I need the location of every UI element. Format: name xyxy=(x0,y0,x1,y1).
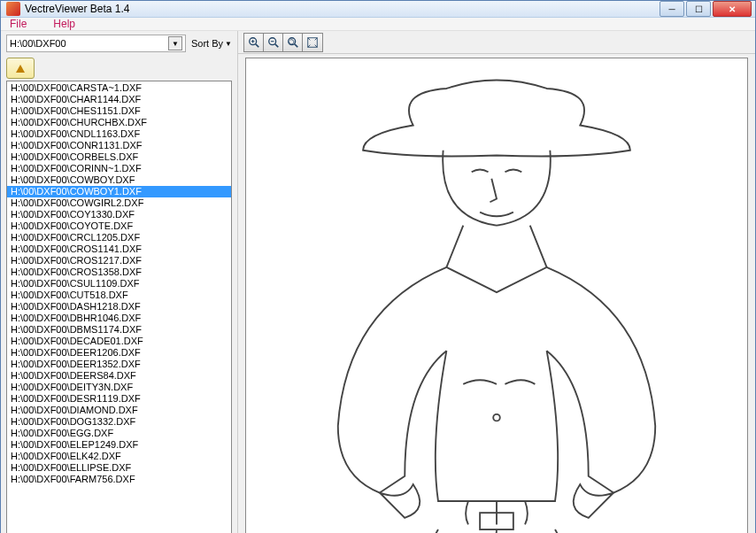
minimize-button[interactable]: ─ xyxy=(660,1,684,17)
menubar: File Help xyxy=(1,18,755,31)
view-toolbar xyxy=(238,31,755,54)
list-item[interactable]: H:\00\DXF00\DASH1218.DXF xyxy=(7,301,231,313)
svg-line-1 xyxy=(255,43,258,47)
list-item[interactable]: H:\00\DXF00\FARM756.DXF xyxy=(7,474,231,485)
list-item[interactable]: H:\00\DXF00\COWBOY1.DXF xyxy=(7,186,231,197)
zoom-reset-icon xyxy=(287,36,299,49)
zoom-reset-button[interactable] xyxy=(283,34,303,51)
list-item[interactable]: H:\00\DXF00\DEITY3N.DXF xyxy=(7,382,231,393)
fit-extents-button[interactable] xyxy=(303,34,322,51)
svg-line-5 xyxy=(274,43,278,47)
list-item[interactable]: H:\00\DXF00\CHAR1144.DXF xyxy=(7,94,231,105)
close-button[interactable]: ✕ xyxy=(713,1,752,17)
list-item[interactable]: H:\00\DXF00\CROS1358.DXF xyxy=(7,266,231,278)
list-item[interactable]: H:\00\DXF00\DOG1332.DXF xyxy=(7,416,231,428)
svg-line-8 xyxy=(294,43,297,47)
list-item[interactable]: H:\00\DXF00\COWBOY.DXF xyxy=(7,174,231,186)
zoom-tool-group xyxy=(243,33,323,52)
list-item[interactable]: H:\00\DXF00\ELEP1249.DXF xyxy=(7,439,231,451)
window-controls: ─ ☐ ✕ xyxy=(660,1,752,17)
preview-canvas[interactable] xyxy=(245,58,748,533)
list-item[interactable]: H:\00\DXF00\CUT518.DXF xyxy=(7,290,231,301)
svg-point-10 xyxy=(493,414,500,421)
list-item[interactable]: H:\00\DXF00\CONR1131.DXF xyxy=(7,140,231,151)
arrow-up-icon xyxy=(16,65,25,73)
svg-point-7 xyxy=(288,37,295,44)
titlebar[interactable]: VectreViewer Beta 1.4 ─ ☐ ✕ xyxy=(1,1,755,18)
file-list[interactable]: H:\00\DXF00\CARSTA~1.DXFH:\00\DXF00\CHAR… xyxy=(6,81,232,533)
list-item[interactable]: H:\00\DXF00\DBMS1174.DXF xyxy=(7,324,231,336)
list-item[interactable]: H:\00\DXF00\CROS1217.DXF xyxy=(7,255,231,266)
list-item[interactable]: H:\00\DXF00\EGG.DXF xyxy=(7,428,231,439)
zoom-out-button[interactable] xyxy=(264,34,283,51)
list-item[interactable]: H:\00\DXF00\DIAMOND.DXF xyxy=(7,405,231,416)
list-item[interactable]: H:\00\DXF00\CHURCHBX.DXF xyxy=(7,117,231,128)
list-item[interactable]: H:\00\DXF00\CORINN~1.DXF xyxy=(7,163,231,174)
app-icon xyxy=(6,2,20,16)
list-item[interactable]: H:\00\DXF00\CNDL1163.DXF xyxy=(7,128,231,140)
list-item[interactable]: H:\00\DXF00\ELLIPSE.DXF xyxy=(7,462,231,474)
menu-file[interactable]: File xyxy=(10,18,27,30)
cowboy-drawing xyxy=(246,58,747,533)
list-item[interactable]: H:\00\DXF00\CHES1151.DXF xyxy=(7,105,231,117)
left-panel: ▼ Sort By ▼ H:\00\DXF00\CARSTA~1.DXFH:\0… xyxy=(1,31,238,533)
path-row: ▼ Sort By ▼ xyxy=(1,31,237,56)
path-input[interactable] xyxy=(10,38,168,49)
menu-help[interactable]: Help xyxy=(53,18,75,30)
list-item[interactable]: H:\00\DXF00\DESR1119.DXF xyxy=(7,393,231,405)
list-item[interactable]: H:\00\DXF00\DBHR1046.DXF xyxy=(7,313,231,324)
list-item[interactable]: H:\00\DXF00\DEER1206.DXF xyxy=(7,347,231,359)
list-item[interactable]: H:\00\DXF00\DECADE01.DXF xyxy=(7,336,231,347)
list-item[interactable]: H:\00\DXF00\ELK42.DXF xyxy=(7,451,231,462)
list-item[interactable]: H:\00\DXF00\COYOTE.DXF xyxy=(7,220,231,232)
chevron-down-icon: ▼ xyxy=(225,40,232,48)
sortby-label: Sort By xyxy=(191,38,223,49)
up-folder-button[interactable] xyxy=(6,58,35,79)
list-item[interactable]: H:\00\DXF00\DEER1352.DXF xyxy=(7,359,231,370)
list-item[interactable]: H:\00\DXF00\CSUL1109.DXF xyxy=(7,278,231,290)
list-item[interactable]: H:\00\DXF00\COWGIRL2.DXF xyxy=(7,197,231,209)
right-panel xyxy=(238,31,755,533)
zoom-in-button[interactable] xyxy=(244,34,264,51)
list-item[interactable]: H:\00\DXF00\CRCL1205.DXF xyxy=(7,232,231,243)
path-dropdown-button[interactable]: ▼ xyxy=(168,36,182,50)
zoom-in-icon xyxy=(248,36,260,49)
body-area: ▼ Sort By ▼ H:\00\DXF00\CARSTA~1.DXFH:\0… xyxy=(1,31,755,533)
sortby-control[interactable]: Sort By ▼ xyxy=(191,38,232,49)
list-item[interactable]: H:\00\DXF00\CORBELS.DXF xyxy=(7,151,231,163)
zoom-out-icon xyxy=(267,36,280,49)
list-item[interactable]: H:\00\DXF00\DEERS84.DXF xyxy=(7,370,231,382)
path-combobox[interactable]: ▼ xyxy=(6,35,186,52)
list-item[interactable]: H:\00\DXF00\CROS1141.DXF xyxy=(7,243,231,255)
list-item[interactable]: H:\00\DXF00\CARSTA~1.DXF xyxy=(7,82,231,94)
fit-extents-icon xyxy=(306,36,319,49)
maximize-button[interactable]: ☐ xyxy=(686,1,711,17)
app-window: VectreViewer Beta 1.4 ─ ☐ ✕ File Help ▼ … xyxy=(0,0,756,533)
list-item[interactable]: H:\00\DXF00\COY1330.DXF xyxy=(7,209,231,220)
window-title: VectreViewer Beta 1.4 xyxy=(25,3,660,15)
